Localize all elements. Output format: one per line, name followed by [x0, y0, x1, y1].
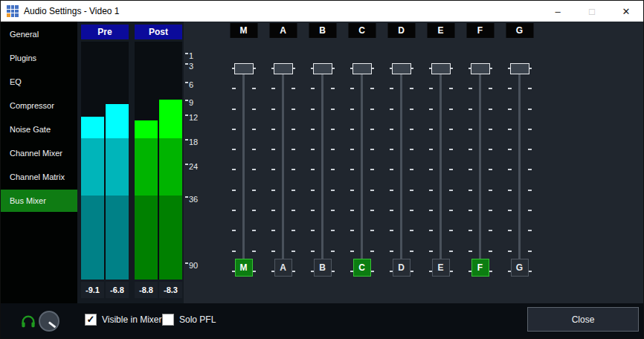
bus-fader-panel: 1 3 6 9 12 18 24 36 90 M M A A	[184, 22, 644, 303]
fader-handle[interactable]	[274, 63, 293, 74]
fader-tick-rail	[232, 68, 236, 272]
maximize-icon[interactable]: □	[575, 1, 609, 22]
fader-tick-rail	[410, 68, 413, 272]
window-controls: – □ ✕	[541, 1, 643, 22]
bus-header-label: A	[269, 23, 297, 38]
bus-header-label: B	[309, 23, 336, 38]
bus-toggle-button[interactable]: G	[511, 259, 529, 277]
fader-tick-rail	[429, 68, 433, 272]
scale-tick	[185, 164, 188, 165]
fader-track[interactable]	[400, 64, 402, 274]
bus-toggle-button[interactable]: B	[314, 259, 332, 277]
sidebar-item-channel-mixer[interactable]: Channel Mixer	[1, 142, 77, 164]
sidebar-item-channel-matrix[interactable]: Channel Matrix	[1, 166, 77, 188]
bus-header-label: E	[427, 23, 454, 38]
post-meter	[135, 42, 182, 280]
bus-header-label: M	[230, 23, 257, 38]
fader-track[interactable]	[242, 64, 245, 274]
checkbox-label: Visible in Mixer	[102, 314, 161, 325]
fader-track[interactable]	[439, 64, 442, 274]
close-icon[interactable]: ✕	[609, 1, 643, 22]
post-meter-header: Post	[135, 25, 182, 39]
fader-tick-rail	[292, 68, 295, 272]
fader-columns: M M A A B B	[224, 22, 539, 303]
settings-sidebar: General Plugins EQ Compressor Noise Gate…	[1, 22, 77, 303]
fader-track[interactable]	[361, 64, 363, 274]
fader-column-m: M M	[224, 22, 263, 303]
fader-handle[interactable]	[234, 63, 254, 74]
scale-tick	[185, 262, 188, 264]
fader-tick-rail	[252, 68, 256, 272]
bus-toggle-button[interactable]: D	[393, 259, 410, 277]
scale-label: 36	[185, 195, 198, 204]
headphones-icon[interactable]	[20, 313, 36, 329]
minimize-icon[interactable]: –	[541, 1, 575, 22]
post-level-value-left: -8.8	[135, 282, 158, 298]
fader-handle[interactable]	[392, 63, 411, 74]
sidebar-item-noise-gate[interactable]: Noise Gate	[1, 118, 77, 141]
fader-track[interactable]	[321, 64, 323, 274]
fader-tick-rail	[468, 68, 472, 272]
scale-tick	[185, 114, 188, 116]
scale-label: 1	[185, 51, 193, 60]
post-level-value-right: -8.3	[159, 282, 182, 298]
sidebar-item-general[interactable]: General	[1, 23, 77, 45]
fader-tick-rail	[370, 68, 374, 272]
window-title: Audio Settings - Video 1	[24, 1, 120, 22]
knob-indicator	[48, 321, 56, 328]
fader-track[interactable]	[518, 64, 521, 274]
bus-toggle-button[interactable]: M	[235, 259, 253, 277]
fader-tick-rail	[489, 68, 492, 272]
fader-tick-rail	[350, 68, 354, 272]
scale-tick	[185, 196, 188, 198]
headphone-volume-knob[interactable]	[39, 311, 59, 332]
scale-tick	[185, 53, 188, 54]
post-meter-bar-left	[135, 42, 158, 280]
sidebar-item-eq[interactable]: EQ	[1, 71, 77, 93]
bus-toggle-button[interactable]: A	[274, 259, 292, 277]
bus-header-label: D	[387, 23, 415, 38]
sidebar-item-compressor[interactable]: Compressor	[1, 94, 77, 117]
pre-meter-header: Pre	[81, 25, 129, 39]
scale-tick	[185, 139, 188, 141]
fader-column-d: D D	[381, 22, 421, 303]
titlebar: Audio Settings - Video 1 – □ ✕	[1, 1, 643, 22]
fader-tick-rail	[528, 68, 532, 272]
pre-level-value-right: -6.8	[106, 282, 129, 298]
bus-header-label: F	[466, 23, 494, 38]
scale-label: 90	[185, 261, 198, 270]
meter-cover	[81, 42, 104, 117]
sidebar-item-bus-mixer[interactable]: Bus Mixer	[1, 190, 77, 212]
checkbox-box[interactable]: ✓	[85, 314, 97, 326]
fader-tick-rail	[390, 68, 393, 272]
bus-toggle-button[interactable]: F	[471, 259, 489, 277]
checkbox-box[interactable]: ✓	[162, 314, 174, 326]
fader-handle[interactable]	[510, 63, 529, 74]
meter-cover	[159, 42, 182, 100]
scale-tick	[185, 100, 188, 101]
sidebar-item-plugins[interactable]: Plugins	[1, 47, 77, 69]
checkmark-icon: ✓	[87, 314, 95, 325]
fader-handle[interactable]	[431, 63, 451, 74]
pre-meter-bar-right	[106, 42, 129, 280]
fader-track[interactable]	[282, 64, 284, 274]
bus-toggle-button[interactable]: C	[353, 259, 371, 277]
solo-pfl-checkbox[interactable]: ✓ Solo PFL	[162, 314, 216, 326]
meter-cover	[106, 42, 129, 104]
scale-label: 24	[185, 162, 198, 171]
visible-in-mixer-checkbox[interactable]: ✓ Visible in Mixer	[85, 314, 161, 326]
bus-toggle-button[interactable]: E	[432, 259, 450, 277]
fader-tick-rail	[271, 68, 275, 272]
fader-track[interactable]	[479, 64, 481, 274]
meter-cover	[135, 42, 158, 120]
pre-meter-bar-left	[81, 42, 104, 280]
close-button[interactable]: Close	[527, 307, 639, 332]
pre-level-value-left: -9.1	[81, 282, 104, 298]
fader-handle[interactable]	[352, 63, 372, 74]
scale-label: 9	[185, 98, 193, 107]
fader-tick-rail	[508, 68, 512, 272]
fader-handle[interactable]	[471, 63, 490, 74]
scale-label: 3	[185, 62, 193, 71]
audio-settings-window: Audio Settings - Video 1 – □ ✕ General P…	[0, 0, 644, 339]
fader-handle[interactable]	[313, 63, 332, 74]
